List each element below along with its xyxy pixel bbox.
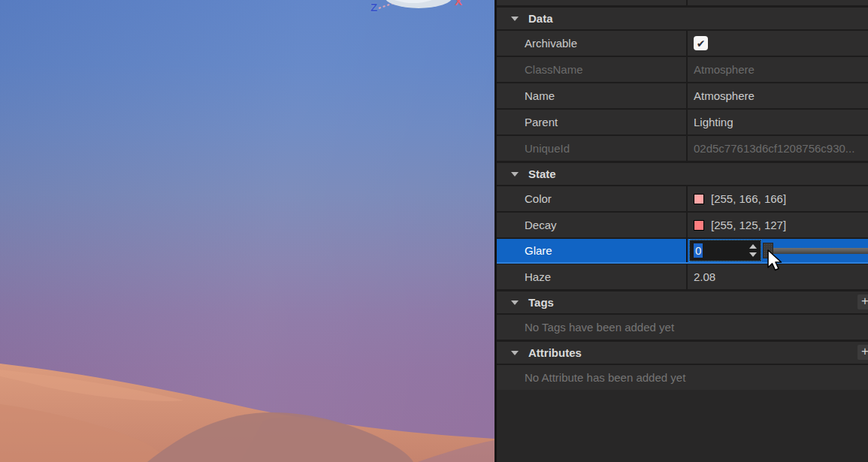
sand-dunes	[0, 312, 494, 462]
collapse-arrow-icon[interactable]	[511, 172, 519, 177]
color-swatch[interactable]	[694, 194, 704, 204]
z-axis-line	[379, 3, 394, 8]
3d-viewport[interactable]: Z X	[0, 0, 494, 462]
mouse-cursor-icon	[767, 249, 786, 273]
property-label: Glare	[497, 239, 688, 262]
properties-panel: Data Archivable ✔ ClassName Atmosphere N…	[494, 0, 868, 462]
section-title: State	[528, 168, 556, 180]
tags-empty-message: No Tags have been added yet	[497, 315, 868, 340]
add-attribute-button[interactable]: +	[857, 345, 868, 360]
property-row-classname: ClassName Atmosphere	[497, 57, 868, 82]
property-row-name[interactable]: Name Atmosphere	[497, 83, 868, 108]
selected-input-text: 0	[694, 243, 703, 258]
property-value[interactable]: Atmosphere	[688, 83, 868, 108]
partial-row	[497, 0, 868, 5]
z-axis-label[interactable]: Z	[370, 1, 377, 14]
selected-part-gizmo[interactable]	[331, 0, 494, 30]
archivable-checkbox[interactable]: ✔	[694, 36, 708, 50]
property-label: ClassName	[497, 57, 688, 82]
property-label: Archivable	[497, 31, 688, 56]
slider-track[interactable]	[773, 248, 868, 254]
roblox-studio-screen: Z X Data Archivable ✔	[0, 0, 868, 462]
property-label: Haze	[497, 264, 688, 289]
collapse-arrow-icon[interactable]	[511, 300, 519, 305]
glare-number-input[interactable]: 0	[689, 240, 761, 261]
section-header-state[interactable]: State	[497, 163, 868, 185]
property-row-glare-selected[interactable]: Glare 0	[497, 239, 868, 264]
decay-color-swatch[interactable]	[694, 220, 704, 231]
add-tag-button[interactable]: +	[857, 294, 868, 310]
section-title: Data	[528, 12, 553, 25]
property-label: Decay	[497, 213, 688, 237]
property-label: UniqueId	[497, 136, 688, 161]
property-value[interactable]: [255, 166, 166]	[711, 192, 786, 205]
property-row-decay[interactable]: Decay [255, 125, 127]	[497, 213, 868, 237]
section-header-attributes[interactable]: Attributes +	[497, 342, 868, 364]
spinner-up-icon[interactable]	[749, 244, 757, 249]
section-title: Tags	[528, 296, 554, 309]
number-spinner[interactable]	[749, 240, 757, 261]
property-label: Parent	[497, 110, 688, 134]
property-row-archivable[interactable]: Archivable ✔	[497, 31, 868, 56]
collapse-arrow-icon[interactable]	[511, 17, 519, 21]
section-title: Attributes	[528, 346, 582, 359]
property-row-parent[interactable]: Parent Lighting	[497, 110, 868, 134]
section-header-tags[interactable]: Tags +	[497, 291, 868, 313]
property-row-uniqueid: UniqueId 02d5c77613d6cf1208756c930...	[497, 136, 868, 161]
property-row-haze[interactable]: Haze 2.08	[497, 264, 868, 289]
property-value: Atmosphere	[688, 57, 868, 82]
property-label: Name	[497, 83, 688, 108]
collapse-arrow-icon[interactable]	[511, 351, 519, 355]
property-value[interactable]: [255, 125, 127]	[711, 219, 786, 231]
x-axis-label[interactable]: X	[455, 0, 462, 8]
property-value[interactable]: Lighting	[688, 110, 868, 134]
attributes-empty-message: No Attribute has been added yet	[497, 365, 868, 390]
property-row-color[interactable]: Color [255, 166, 166]	[497, 186, 868, 211]
spinner-down-icon[interactable]	[749, 252, 757, 257]
section-header-data[interactable]: Data	[497, 8, 868, 29]
property-label: Color	[497, 186, 688, 211]
property-value: 02d5c77613d6cf1208756c930...	[688, 136, 868, 161]
checkmark-icon: ✔	[697, 38, 706, 49]
